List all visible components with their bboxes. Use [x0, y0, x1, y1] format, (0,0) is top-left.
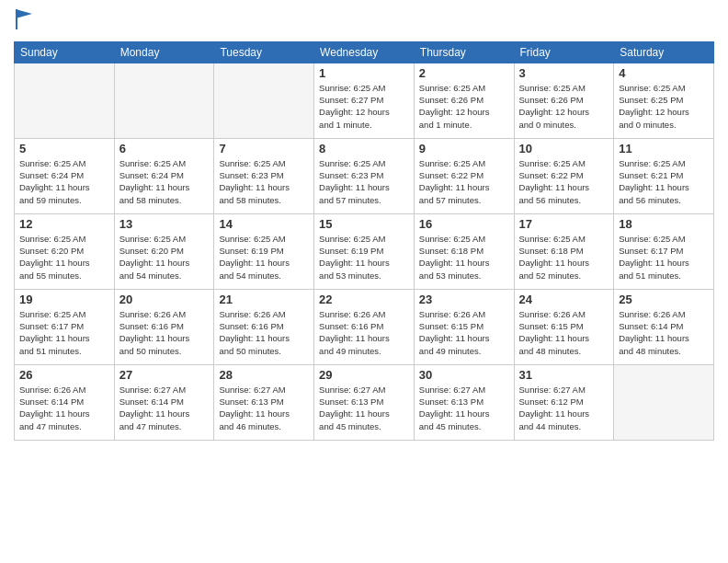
day-number: 8 — [319, 142, 409, 155]
day-info: Sunrise: 6:25 AM Sunset: 6:23 PM Dayligh… — [319, 157, 409, 206]
day-cell: 28Sunrise: 6:27 AM Sunset: 6:13 PM Dayli… — [214, 364, 314, 440]
logo-text — [14, 9, 32, 34]
day-cell: 30Sunrise: 6:27 AM Sunset: 6:13 PM Dayli… — [414, 364, 514, 440]
day-info: Sunrise: 6:26 AM Sunset: 6:15 PM Dayligh… — [519, 308, 609, 357]
day-info: Sunrise: 6:27 AM Sunset: 6:13 PM Dayligh… — [419, 384, 509, 432]
day-info: Sunrise: 6:25 AM Sunset: 6:21 PM Dayligh… — [619, 157, 709, 206]
day-info: Sunrise: 6:25 AM Sunset: 6:19 PM Dayligh… — [319, 233, 409, 282]
day-number: 2 — [419, 66, 509, 80]
day-cell: 31Sunrise: 6:27 AM Sunset: 6:12 PM Dayli… — [514, 364, 614, 440]
day-number: 26 — [19, 368, 109, 382]
day-cell: 10Sunrise: 6:25 AM Sunset: 6:22 PM Dayli… — [514, 138, 614, 213]
day-info: Sunrise: 6:25 AM Sunset: 6:24 PM Dayligh… — [119, 157, 210, 206]
col-header-monday: Monday — [114, 41, 214, 63]
day-info: Sunrise: 6:26 AM Sunset: 6:14 PM Dayligh… — [619, 308, 709, 357]
day-cell: 29Sunrise: 6:27 AM Sunset: 6:13 PM Dayli… — [314, 364, 415, 440]
logo-flag-icon — [16, 9, 32, 29]
day-cell: 7Sunrise: 6:25 AM Sunset: 6:23 PM Daylig… — [214, 138, 314, 213]
day-number: 9 — [419, 142, 509, 155]
day-number: 12 — [19, 217, 109, 231]
day-info: Sunrise: 6:25 AM Sunset: 6:23 PM Dayligh… — [219, 157, 309, 206]
day-info: Sunrise: 6:25 AM Sunset: 6:24 PM Dayligh… — [19, 157, 109, 206]
day-number: 5 — [19, 142, 109, 155]
day-number: 13 — [119, 217, 210, 231]
day-number: 27 — [119, 368, 210, 382]
day-info: Sunrise: 6:25 AM Sunset: 6:20 PM Dayligh… — [19, 233, 109, 282]
day-info: Sunrise: 6:27 AM Sunset: 6:12 PM Dayligh… — [519, 384, 609, 432]
calendar-header-row: SundayMondayTuesdayWednesdayThursdayFrid… — [15, 41, 714, 63]
day-number: 11 — [619, 142, 709, 155]
col-header-thursday: Thursday — [414, 41, 514, 63]
day-number: 19 — [19, 293, 109, 306]
col-header-sunday: Sunday — [15, 41, 115, 63]
day-number: 20 — [119, 293, 210, 306]
day-cell: 21Sunrise: 6:26 AM Sunset: 6:16 PM Dayli… — [214, 289, 314, 364]
day-cell: 22Sunrise: 6:26 AM Sunset: 6:16 PM Dayli… — [314, 289, 415, 364]
day-cell: 18Sunrise: 6:25 AM Sunset: 6:17 PM Dayli… — [614, 213, 714, 289]
day-cell: 19Sunrise: 6:25 AM Sunset: 6:17 PM Dayli… — [15, 289, 115, 364]
day-cell: 24Sunrise: 6:26 AM Sunset: 6:15 PM Dayli… — [514, 289, 614, 364]
day-number: 17 — [519, 217, 609, 231]
day-info: Sunrise: 6:25 AM Sunset: 6:17 PM Dayligh… — [19, 308, 109, 357]
day-number: 25 — [619, 293, 709, 306]
col-header-friday: Friday — [514, 41, 614, 63]
day-number: 6 — [119, 142, 210, 155]
col-header-tuesday: Tuesday — [214, 41, 314, 63]
day-number: 16 — [419, 217, 509, 231]
day-info: Sunrise: 6:26 AM Sunset: 6:16 PM Dayligh… — [119, 308, 210, 357]
day-cell: 6Sunrise: 6:25 AM Sunset: 6:24 PM Daylig… — [114, 138, 214, 213]
svg-rect-1 — [16, 9, 17, 29]
day-number: 7 — [219, 142, 309, 155]
day-info: Sunrise: 6:26 AM Sunset: 6:16 PM Dayligh… — [219, 308, 309, 357]
day-cell: 16Sunrise: 6:25 AM Sunset: 6:18 PM Dayli… — [414, 213, 514, 289]
day-number: 21 — [219, 293, 309, 306]
week-row-0: 1Sunrise: 6:25 AM Sunset: 6:27 PM Daylig… — [15, 63, 714, 138]
week-row-4: 26Sunrise: 6:26 AM Sunset: 6:14 PM Dayli… — [15, 364, 714, 440]
day-number: 22 — [319, 293, 409, 306]
day-cell: 23Sunrise: 6:26 AM Sunset: 6:15 PM Dayli… — [414, 289, 514, 364]
day-cell: 25Sunrise: 6:26 AM Sunset: 6:14 PM Dayli… — [614, 289, 714, 364]
day-info: Sunrise: 6:27 AM Sunset: 6:13 PM Dayligh… — [219, 384, 309, 432]
day-info: Sunrise: 6:25 AM Sunset: 6:25 PM Dayligh… — [619, 82, 709, 131]
col-header-wednesday: Wednesday — [314, 41, 415, 63]
day-cell: 17Sunrise: 6:25 AM Sunset: 6:18 PM Dayli… — [514, 213, 614, 289]
day-info: Sunrise: 6:25 AM Sunset: 6:22 PM Dayligh… — [519, 157, 609, 206]
day-info: Sunrise: 6:25 AM Sunset: 6:18 PM Dayligh… — [419, 233, 509, 282]
day-number: 15 — [319, 217, 409, 231]
day-number: 1 — [319, 66, 409, 80]
day-cell: 14Sunrise: 6:25 AM Sunset: 6:19 PM Dayli… — [214, 213, 314, 289]
header — [14, 9, 714, 34]
day-cell: 13Sunrise: 6:25 AM Sunset: 6:20 PM Dayli… — [114, 213, 214, 289]
day-cell — [114, 63, 214, 138]
day-cell: 1Sunrise: 6:25 AM Sunset: 6:27 PM Daylig… — [314, 63, 415, 138]
day-number: 23 — [419, 293, 509, 306]
logo — [14, 9, 32, 34]
day-info: Sunrise: 6:26 AM Sunset: 6:15 PM Dayligh… — [419, 308, 509, 357]
col-header-saturday: Saturday — [614, 41, 714, 63]
day-cell: 2Sunrise: 6:25 AM Sunset: 6:26 PM Daylig… — [414, 63, 514, 138]
day-number: 18 — [619, 217, 709, 231]
week-row-1: 5Sunrise: 6:25 AM Sunset: 6:24 PM Daylig… — [15, 138, 714, 213]
day-cell — [614, 364, 714, 440]
day-number: 31 — [519, 368, 609, 382]
day-info: Sunrise: 6:25 AM Sunset: 6:19 PM Dayligh… — [219, 233, 309, 282]
day-cell: 12Sunrise: 6:25 AM Sunset: 6:20 PM Dayli… — [15, 213, 115, 289]
day-cell — [15, 63, 115, 138]
day-info: Sunrise: 6:27 AM Sunset: 6:14 PM Dayligh… — [119, 384, 210, 432]
day-number: 14 — [219, 217, 309, 231]
calendar-table: SundayMondayTuesdayWednesdayThursdayFrid… — [14, 41, 714, 441]
day-info: Sunrise: 6:27 AM Sunset: 6:13 PM Dayligh… — [319, 384, 409, 432]
day-number: 4 — [619, 66, 709, 80]
day-info: Sunrise: 6:25 AM Sunset: 6:22 PM Dayligh… — [419, 157, 509, 206]
day-info: Sunrise: 6:26 AM Sunset: 6:14 PM Dayligh… — [19, 384, 109, 432]
day-number: 30 — [419, 368, 509, 382]
day-info: Sunrise: 6:25 AM Sunset: 6:27 PM Dayligh… — [319, 82, 409, 131]
day-info: Sunrise: 6:26 AM Sunset: 6:16 PM Dayligh… — [319, 308, 409, 357]
page: SundayMondayTuesdayWednesdayThursdayFrid… — [0, 0, 728, 563]
day-number: 3 — [519, 66, 609, 80]
day-cell: 5Sunrise: 6:25 AM Sunset: 6:24 PM Daylig… — [15, 138, 115, 213]
day-cell: 11Sunrise: 6:25 AM Sunset: 6:21 PM Dayli… — [614, 138, 714, 213]
day-number: 28 — [219, 368, 309, 382]
day-info: Sunrise: 6:25 AM Sunset: 6:26 PM Dayligh… — [519, 82, 609, 131]
day-cell: 27Sunrise: 6:27 AM Sunset: 6:14 PM Dayli… — [114, 364, 214, 440]
